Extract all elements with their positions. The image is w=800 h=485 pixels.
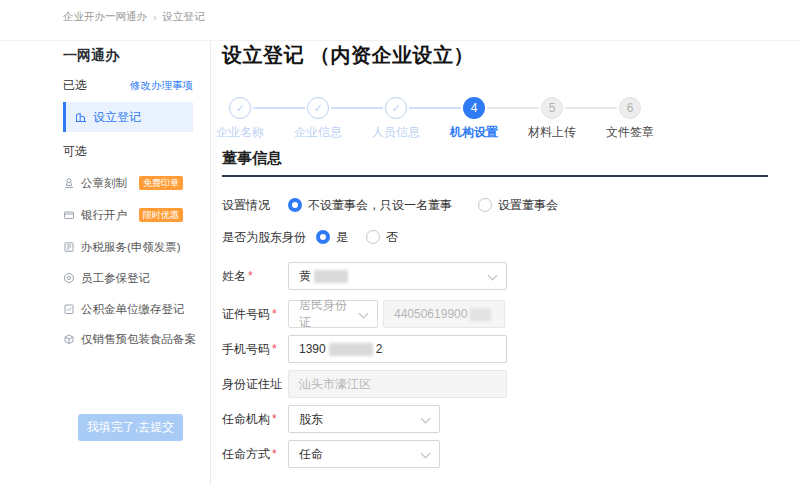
appoint-mode-value: 任命	[299, 446, 323, 463]
insurance-icon	[63, 272, 75, 284]
sidebar-item-label: 设立登记	[93, 109, 141, 126]
shareholder-label: 是否为股东身份	[222, 229, 306, 246]
sidebar-item-label: 公章刻制	[81, 176, 127, 191]
board-setup-row: 设置情况 不设董事会，只设一名董事 设置董事会	[222, 197, 558, 213]
breadcrumb: 企业开办一网通办 › 设立登记	[63, 10, 205, 24]
appoint-org-select[interactable]: 股东	[288, 405, 440, 433]
invoice-icon	[63, 241, 75, 253]
step-label-company-info: 企业信息	[286, 124, 350, 141]
step-label-material-upload: 材料上传	[520, 124, 584, 141]
radio-shareholder-no-label[interactable]: 否	[386, 229, 398, 246]
radio-shareholder-no[interactable]	[366, 230, 380, 244]
breadcrumb-separator: ›	[153, 11, 157, 23]
id-address-value: 汕头市濠江区	[299, 376, 371, 393]
sidebar-item-employee-insurance[interactable]: 员工参保登记	[63, 268, 211, 288]
chevron-down-icon	[488, 271, 498, 281]
sidebar-item-housing-fund[interactable]: 公积金单位缴存登记	[63, 299, 211, 319]
id-address-label: 身份证住址	[222, 376, 288, 393]
redacted-text	[329, 343, 373, 356]
sidebar-item-label: 员工参保登记	[81, 271, 150, 286]
step-circle-company-info[interactable]: ✓	[307, 97, 329, 119]
phone-suffix: 2	[376, 342, 383, 356]
id-type-value: 居民身份证	[299, 297, 353, 331]
optional-group-label: 可选	[63, 143, 87, 160]
step-circle-personnel-info[interactable]: ✓	[385, 97, 407, 119]
appoint-org-value: 股东	[299, 411, 323, 428]
radio-no-board-label[interactable]: 不设董事会，只设一名董事	[308, 197, 452, 214]
chevron-down-icon	[421, 449, 431, 459]
required-mark: *	[272, 447, 277, 461]
sidebar-item-label: 银行开户	[81, 208, 127, 223]
stamp-icon	[63, 177, 75, 189]
appoint-org-label: 任命机构*	[222, 411, 288, 428]
radio-shareholder-yes-label[interactable]: 是	[336, 229, 348, 246]
redacted-text	[314, 270, 348, 283]
radio-with-board-label[interactable]: 设置董事会	[498, 197, 558, 214]
shareholder-row: 是否为股东身份 是 否	[222, 229, 398, 245]
id-number-label: 证件号码*	[222, 306, 288, 323]
step-connector	[409, 107, 461, 109]
step-label-company-name: 企业名称	[208, 124, 272, 141]
required-mark: *	[272, 412, 277, 426]
appoint-mode-row: 任命方式* 任命	[222, 440, 440, 468]
sidebar-item-food-record[interactable]: 仅销售预包装食品备案	[63, 329, 211, 349]
free-seal-badge: 免费印章	[139, 176, 183, 190]
sidebar-item-bank-account[interactable]: 银行开户 限时优惠	[63, 205, 211, 225]
bank-card-icon	[63, 209, 75, 221]
limited-offer-badge: 限时优惠	[139, 208, 183, 222]
radio-no-board[interactable]	[288, 198, 302, 212]
sidebar-item-establish-registration[interactable]: 设立登记	[63, 102, 193, 132]
sidebar-item-label: 公积金单位缴存登记	[81, 302, 185, 317]
phone-row: 手机号码* 1390 2	[222, 335, 507, 363]
required-mark: *	[272, 307, 277, 321]
sidebar-divider	[210, 41, 211, 485]
phone-value: 1390	[299, 342, 326, 356]
chevron-down-icon	[421, 414, 431, 424]
sidebar-item-label: 仅销售预包装食品备案	[81, 332, 196, 347]
chevron-down-icon	[359, 309, 369, 319]
step-connector	[487, 107, 539, 109]
required-mark: *	[272, 342, 277, 356]
id-type-select: 居民身份证	[288, 300, 378, 328]
step-connector	[565, 107, 617, 109]
step-connector	[253, 107, 305, 109]
appoint-mode-select[interactable]: 任命	[288, 440, 440, 468]
submit-button[interactable]: 我填完了,去提交	[78, 414, 183, 441]
phone-label: 手机号码*	[222, 341, 288, 358]
page-title: 设立登记 （内资企业设立）	[222, 42, 474, 69]
building-icon	[75, 111, 87, 123]
step-circle-company-name[interactable]: ✓	[229, 97, 251, 119]
sidebar-item-label: 办税服务(申领发票)	[81, 240, 181, 255]
name-row: 姓名* 黄	[222, 262, 507, 290]
step-circle-org-setup[interactable]: 4	[463, 97, 485, 119]
sidebar-selected-header: 已选 修改办理事项	[63, 77, 193, 94]
header-divider	[0, 40, 800, 41]
section-underline	[222, 175, 768, 177]
name-select[interactable]: 黄	[288, 262, 507, 290]
breadcrumb-home-link[interactable]: 企业开办一网通办	[63, 10, 147, 24]
modify-items-link[interactable]: 修改办理事项	[130, 79, 193, 93]
package-icon	[63, 333, 75, 345]
name-label: 姓名*	[222, 268, 288, 285]
id-number-row: 证件号码* 居民身份证 44050619900	[222, 300, 505, 328]
sidebar-title: 一网通办	[63, 47, 119, 65]
step-connector	[331, 107, 383, 109]
id-number-value: 44050619900	[394, 307, 467, 321]
step-label-personnel-info: 人员信息	[364, 124, 428, 141]
appoint-org-row: 任命机构* 股东	[222, 405, 440, 433]
id-address-input: 汕头市濠江区	[288, 370, 507, 398]
radio-shareholder-yes[interactable]	[316, 230, 330, 244]
fund-registration-icon	[63, 303, 75, 315]
phone-input[interactable]: 1390 2	[288, 335, 507, 363]
step-circle-doc-signing: 6	[619, 97, 641, 119]
step-label-doc-signing: 文件签章	[598, 124, 662, 141]
breadcrumb-current: 设立登记	[163, 10, 205, 24]
sidebar-item-tax-service[interactable]: 办税服务(申领发票)	[63, 237, 211, 257]
radio-with-board[interactable]	[478, 198, 492, 212]
sidebar-item-seal-engraving[interactable]: 公章刻制 免费印章	[63, 173, 211, 193]
stepper: ✓ ✓ ✓ 4 5 6 企业名称 企业信息 人员信息 机构设置 材料上传 文件签…	[222, 97, 662, 139]
redacted-text	[470, 308, 491, 321]
step-label-org-setup: 机构设置	[442, 124, 506, 141]
selected-group-label: 已选	[63, 77, 87, 94]
board-setup-label: 设置情况	[222, 197, 288, 214]
